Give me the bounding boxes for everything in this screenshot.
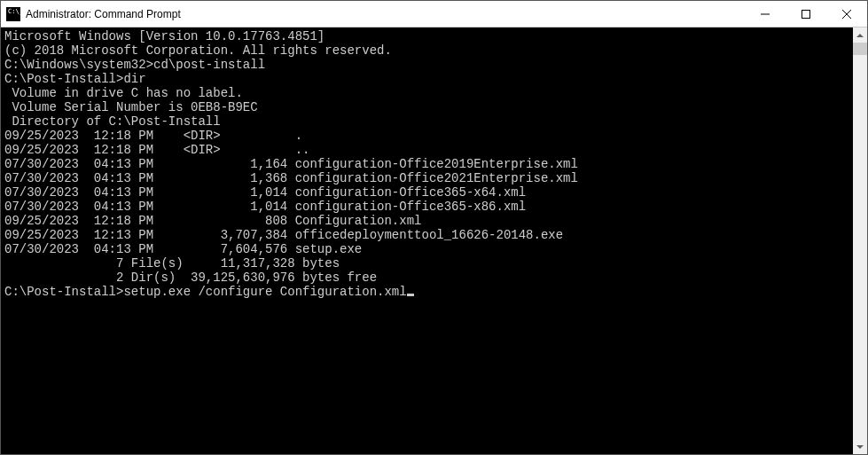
terminal-line: (c) 2018 Microsoft Corporation. All righ… [4,43,849,58]
terminal-line: 07/30/2023 04:13 PM 1,014 configuration-… [4,200,849,214]
terminal-line: Volume Serial Number is 0EB8-B9EC [4,100,849,114]
svg-marker-5 [856,445,864,449]
svg-line-3 [842,10,851,19]
svg-marker-4 [856,34,864,37]
terminal-line: 09/25/2023 12:18 PM <DIR> . [4,129,849,143]
vertical-scrollbar[interactable] [853,27,867,454]
terminal-line: 2 Dir(s) 39,125,630,976 bytes free [4,271,849,285]
window-controls [745,1,867,27]
close-button[interactable] [826,1,867,27]
terminal-line: 09/25/2023 12:18 PM 808 Configuration.xm… [4,214,849,228]
terminal-line: Volume in drive C has no label. [4,86,849,100]
terminal-line: C:\Post-Install>setup.exe /configure Con… [4,285,849,299]
terminal-line: 07/30/2023 04:13 PM 7,604,576 setup.exe [4,242,849,256]
minimize-button[interactable] [745,1,786,27]
terminal-output[interactable]: Microsoft Windows [Version 10.0.17763.48… [1,27,853,454]
terminal-line: 09/25/2023 12:13 PM 3,707,384 officedepl… [4,228,849,242]
terminal-line: Directory of C:\Post-Install [4,114,849,129]
cursor [407,294,414,296]
terminal-line: 07/30/2023 04:13 PM 1,164 configuration-… [4,157,849,171]
terminal-line: C:\Post-Install>dir [4,72,849,86]
maximize-button[interactable] [786,1,826,27]
scrollbar-thumb[interactable] [853,43,867,55]
terminal-line: 07/30/2023 04:13 PM 1,014 configuration-… [4,185,849,200]
scroll-down-arrow[interactable] [853,439,867,454]
terminal-line: 7 File(s) 11,317,328 bytes [4,256,849,271]
svg-rect-1 [802,10,810,18]
terminal-line: 09/25/2023 12:18 PM <DIR> .. [4,143,849,157]
window-title: Administrator: Command Prompt [26,8,745,20]
svg-line-2 [842,10,851,19]
scroll-up-arrow[interactable] [853,27,867,43]
terminal-line: Microsoft Windows [Version 10.0.17763.48… [4,29,849,43]
cmd-icon [6,7,20,21]
scrollbar-track[interactable] [853,43,867,439]
terminal-line: C:\Windows\system32>cd\post-install [4,58,849,72]
terminal-area: Microsoft Windows [Version 10.0.17763.48… [1,27,867,454]
window-titlebar[interactable]: Administrator: Command Prompt [1,1,867,27]
terminal-line: 07/30/2023 04:13 PM 1,368 configuration-… [4,171,849,185]
